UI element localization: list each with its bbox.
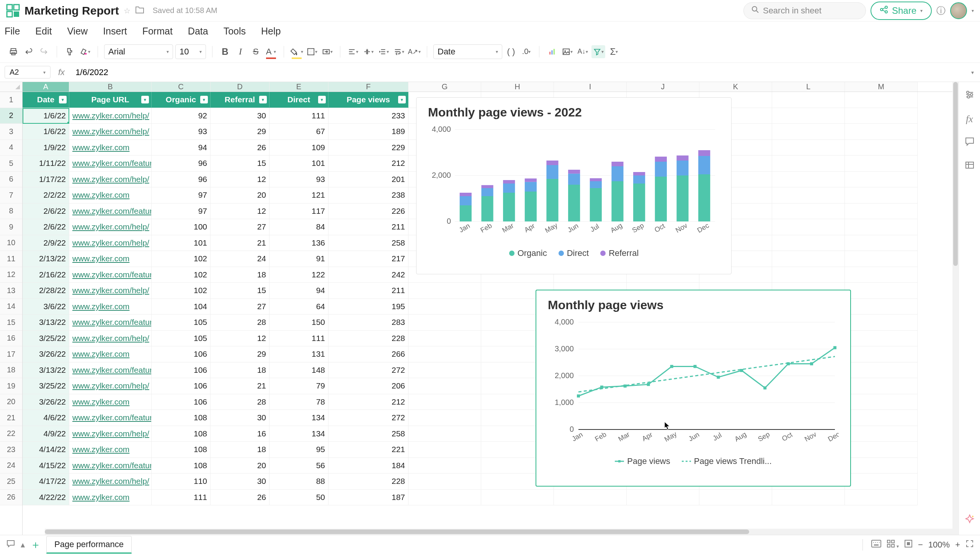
cell[interactable]: 106 — [152, 394, 211, 410]
cell[interactable] — [408, 474, 481, 490]
row-header[interactable]: 17 — [0, 346, 22, 362]
halign-button[interactable]: ▾ — [346, 45, 359, 58]
cell[interactable]: 108 — [152, 442, 211, 458]
row-header[interactable]: 18 — [0, 362, 22, 379]
cell[interactable] — [845, 156, 918, 172]
column-header[interactable]: H — [481, 82, 554, 92]
cell[interactable]: 134 — [270, 426, 328, 442]
cell[interactable]: 212 — [328, 156, 408, 172]
row-header[interactable]: 1 — [0, 92, 22, 108]
cell[interactable]: 150 — [270, 315, 328, 331]
cell[interactable]: 26 — [211, 490, 270, 506]
cell[interactable]: 84 — [270, 219, 328, 235]
cell[interactable] — [772, 108, 845, 124]
row-header[interactable]: 8 — [0, 203, 22, 220]
cell[interactable]: 105 — [152, 315, 211, 331]
cell[interactable]: 94 — [270, 283, 328, 299]
cell[interactable]: 100 — [152, 219, 211, 235]
url-cell[interactable]: www.zylker.com/help/ — [69, 172, 152, 188]
cell[interactable]: 3/25/22 — [23, 378, 69, 394]
valign-button[interactable]: ▾ — [362, 45, 375, 58]
cell[interactable] — [772, 140, 845, 156]
cell[interactable] — [845, 315, 918, 331]
cell[interactable]: 108 — [152, 458, 211, 474]
cell[interactable] — [845, 394, 918, 410]
cell[interactable]: 2/13/22 — [23, 251, 69, 267]
font-size-select[interactable]: 10▾ — [175, 44, 206, 59]
cell[interactable] — [845, 124, 918, 140]
cell[interactable] — [408, 490, 481, 506]
url-cell[interactable]: www.zylker.com — [69, 251, 152, 267]
row-header[interactable]: 11 — [0, 251, 22, 267]
cell[interactable]: 2/9/22 — [23, 235, 69, 251]
avatar[interactable] — [950, 2, 967, 19]
chart-monthly-page-views-2022[interactable]: Monthly page views - 2022 02,0004,000Jan… — [416, 97, 732, 274]
cell[interactable]: 27 — [211, 299, 270, 315]
cell[interactable] — [408, 442, 481, 458]
row-header[interactable]: 14 — [0, 299, 22, 315]
vertical-scrollbar[interactable] — [952, 82, 959, 529]
cell[interactable]: 18 — [211, 442, 270, 458]
cell[interactable]: 1/6/22 — [23, 124, 69, 140]
url-cell[interactable]: www.zylker.com/features/ — [69, 315, 152, 331]
column-header[interactable]: C — [152, 82, 211, 92]
cell[interactable] — [772, 219, 845, 235]
cell[interactable]: 101 — [152, 235, 211, 251]
menu-format[interactable]: Format — [142, 26, 173, 37]
cell[interactable]: 228 — [328, 331, 408, 347]
grid-view-icon[interactable]: ▾ — [887, 539, 899, 550]
cell[interactable] — [845, 490, 918, 506]
font-family-select[interactable]: Arial▾ — [104, 44, 173, 59]
cell[interactable]: 258 — [328, 426, 408, 442]
zoom-in-button[interactable]: + — [955, 540, 960, 550]
cell[interactable] — [845, 410, 918, 426]
cell[interactable]: 1/17/22 — [23, 172, 69, 188]
cell[interactable]: 211 — [328, 219, 408, 235]
formula-input[interactable] — [72, 67, 965, 77]
cell[interactable]: 12 — [211, 203, 270, 220]
keyboard-icon[interactable] — [871, 540, 881, 550]
row-header[interactable]: 21 — [0, 410, 22, 426]
cell[interactable]: 134 — [270, 410, 328, 426]
url-cell[interactable]: www.zylker.com/features/ — [69, 410, 152, 426]
cell[interactable]: 29 — [211, 346, 270, 362]
url-cell[interactable]: www.zylker.com/help/ — [69, 283, 152, 299]
cell[interactable]: 64 — [270, 299, 328, 315]
cell[interactable] — [408, 331, 481, 347]
cell[interactable] — [554, 490, 627, 506]
column-header[interactable]: E — [270, 82, 328, 92]
comment-panel-icon[interactable] — [965, 136, 975, 149]
cell[interactable]: 106 — [152, 362, 211, 379]
focus-mode-icon[interactable] — [904, 539, 913, 550]
menu-data[interactable]: Data — [188, 26, 208, 37]
redo-button[interactable] — [38, 45, 51, 58]
cell[interactable]: 187 — [328, 490, 408, 506]
cell[interactable] — [845, 219, 918, 235]
menu-help[interactable]: Help — [261, 26, 281, 37]
chart-monthly-page-views-line[interactable]: Monthly page views 01,0002,0003,0004,000… — [536, 290, 851, 487]
cell[interactable]: 20 — [211, 458, 270, 474]
cell[interactable]: 79 — [270, 378, 328, 394]
italic-button[interactable]: I — [234, 45, 247, 58]
slider-panel-icon[interactable] — [965, 90, 975, 102]
menu-edit[interactable]: Edit — [35, 26, 52, 37]
row-header[interactable]: 25 — [0, 474, 22, 490]
cell[interactable]: 206 — [328, 378, 408, 394]
cell[interactable]: 221 — [328, 442, 408, 458]
table-header-cell[interactable]: Referral▾ — [211, 92, 270, 108]
cell[interactable]: 111 — [152, 490, 211, 506]
cell[interactable] — [845, 362, 918, 379]
cell[interactable]: 238 — [328, 187, 408, 203]
url-cell[interactable]: www.zylker.com/help/ — [69, 219, 152, 235]
row-header[interactable]: 24 — [0, 458, 22, 474]
cell[interactable]: 88 — [270, 474, 328, 490]
cell[interactable] — [845, 235, 918, 251]
column-header[interactable]: L — [772, 82, 845, 92]
folder-icon[interactable] — [135, 5, 144, 16]
table-header-cell[interactable]: Date▾ — [23, 92, 69, 108]
column-header[interactable]: I — [554, 82, 627, 92]
row-header[interactable]: 13 — [0, 283, 22, 299]
text-color-button[interactable]: A▾ — [265, 45, 278, 58]
url-cell[interactable]: www.zylker.com/features/ — [69, 156, 152, 172]
menu-view[interactable]: View — [67, 26, 88, 37]
